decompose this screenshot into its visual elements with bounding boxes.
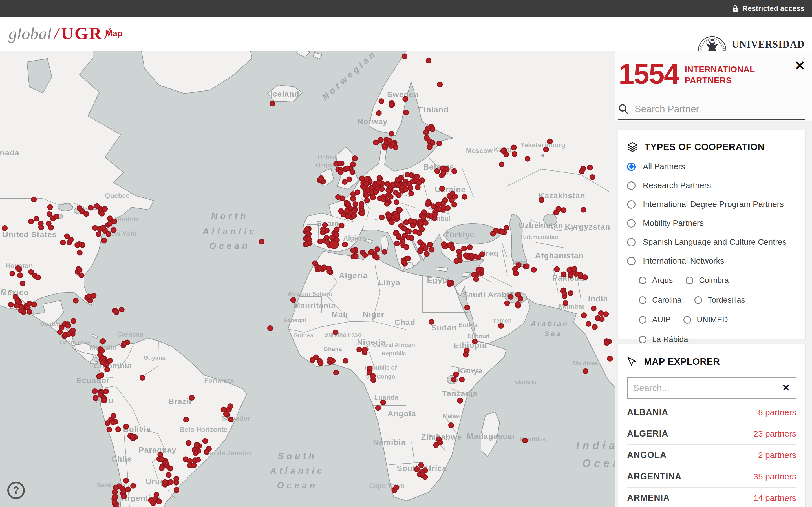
partner-dot[interactable] [345, 166, 350, 171]
network-option-la-rábida[interactable]: La Rábida [639, 335, 688, 344]
partner-dot[interactable] [395, 177, 400, 182]
partner-dot[interactable] [97, 374, 101, 379]
partner-dot[interactable] [112, 490, 117, 495]
network-option-coimbra[interactable]: Coimbra [686, 276, 729, 285]
country-row-argentina[interactable]: ARGENTINA 35 partners [627, 466, 796, 488]
radio-icon[interactable] [627, 257, 636, 265]
partner-dot[interactable] [352, 209, 357, 214]
partner-dot[interactable] [101, 339, 105, 343]
partner-dot[interactable] [568, 291, 573, 296]
partner-dot[interactable] [113, 494, 117, 499]
partner-dot[interactable] [360, 211, 364, 216]
partner-dot[interactable] [491, 231, 495, 236]
world-map[interactable]: CanadaUnited StatesMexicoQuebecBostonNew… [0, 51, 615, 507]
cooperation-option-mobility-partners[interactable]: Mobility Partners [627, 219, 796, 228]
partner-dot[interactable] [452, 202, 457, 207]
partner-dot[interactable] [100, 360, 105, 365]
partner-dot[interactable] [430, 140, 435, 145]
partner-dot[interactable] [499, 323, 503, 328]
partner-dot[interactable] [59, 325, 64, 330]
partner-dot[interactable] [347, 177, 352, 182]
partner-dot[interactable] [112, 499, 117, 504]
partner-dot[interactable] [415, 185, 420, 189]
partner-dot[interactable] [554, 210, 559, 215]
partner-dot[interactable] [351, 196, 356, 201]
partner-dot[interactable] [581, 313, 587, 318]
radio-icon[interactable] [639, 336, 647, 343]
partner-dot[interactable] [394, 190, 398, 195]
partner-dot[interactable] [377, 180, 382, 185]
partner-dot[interactable] [393, 231, 398, 235]
partner-dot[interactable] [522, 438, 527, 443]
partner-dot[interactable] [2, 226, 7, 230]
partner-dot[interactable] [338, 170, 343, 174]
partner-dot[interactable] [561, 272, 566, 277]
partner-dot[interactable] [414, 467, 419, 471]
partner-dot[interactable] [516, 263, 521, 267]
restricted-access-badge[interactable]: Restricted access [732, 4, 805, 13]
partner-dot[interactable] [447, 280, 452, 285]
partner-dot[interactable] [378, 137, 383, 142]
partner-dot[interactable] [572, 267, 576, 271]
country-row-armenia[interactable]: ARMENIA 14 partners [627, 488, 796, 507]
partner-dot[interactable] [379, 99, 384, 104]
partner-dot[interactable] [364, 181, 368, 186]
partner-dot[interactable] [38, 221, 43, 226]
partner-dot[interactable] [429, 247, 434, 252]
network-option-carolina[interactable]: Carolina [639, 295, 681, 304]
partner-dot[interactable] [318, 239, 322, 244]
close-icon[interactable]: ✕ [794, 59, 805, 72]
partner-dot[interactable] [499, 229, 504, 234]
partner-dot[interactable] [480, 252, 485, 257]
partner-dot[interactable] [363, 252, 367, 258]
partner-dot[interactable] [415, 174, 419, 179]
partner-dot[interactable] [184, 417, 188, 422]
tab-map[interactable]: Map [98, 29, 130, 39]
partner-dot[interactable] [395, 241, 399, 246]
radio-icon[interactable] [686, 277, 693, 284]
partner-dot[interactable] [452, 169, 457, 173]
partner-dot[interactable] [204, 450, 209, 454]
partner-dot[interactable] [419, 227, 424, 231]
partner-dot[interactable] [408, 186, 413, 190]
partner-dot[interactable] [427, 242, 432, 247]
partner-dot[interactable] [166, 473, 171, 477]
partner-dot[interactable] [154, 492, 159, 497]
partner-dot[interactable] [32, 302, 37, 307]
partner-dot[interactable] [420, 472, 425, 476]
partner-dot[interactable] [387, 214, 391, 218]
radio-icon[interactable] [639, 296, 647, 304]
partner-dot[interactable] [101, 238, 106, 243]
partner-dot[interactable] [454, 259, 459, 263]
partner-dot[interactable] [15, 298, 20, 303]
global-ugr-logo[interactable]: global / UGR / [8, 23, 112, 43]
partner-dot[interactable] [20, 281, 25, 286]
partner-dot[interactable] [412, 219, 417, 224]
partner-dot[interactable] [168, 466, 173, 471]
partner-dot[interactable] [93, 395, 98, 400]
partner-dot[interactable] [77, 250, 82, 255]
partner-dot[interactable] [157, 499, 161, 504]
partner-dot[interactable] [353, 202, 358, 207]
partner-dot[interactable] [429, 320, 434, 324]
partner-dot[interactable] [339, 223, 344, 228]
partner-dot[interactable] [423, 220, 428, 225]
partner-dot[interactable] [379, 215, 384, 220]
partner-dot[interactable] [105, 367, 110, 372]
partner-dot[interactable] [591, 306, 596, 311]
partner-dot[interactable] [313, 261, 317, 266]
partner-dot[interactable] [389, 131, 394, 136]
partner-dot[interactable] [66, 323, 70, 328]
partner-dot[interactable] [563, 300, 568, 305]
partner-dot[interactable] [380, 400, 386, 405]
partner-dot[interactable] [163, 460, 168, 465]
partner-dot[interactable] [604, 312, 608, 317]
partner-dot[interactable] [407, 229, 411, 234]
partner-dot[interactable] [426, 200, 431, 204]
partner-dot[interactable] [223, 411, 229, 416]
partner-dot[interactable] [107, 216, 112, 221]
partner-dot[interactable] [163, 480, 167, 485]
partner-dot[interactable] [334, 161, 339, 166]
partner-dot[interactable] [458, 398, 462, 403]
partner-dot[interactable] [310, 357, 315, 362]
